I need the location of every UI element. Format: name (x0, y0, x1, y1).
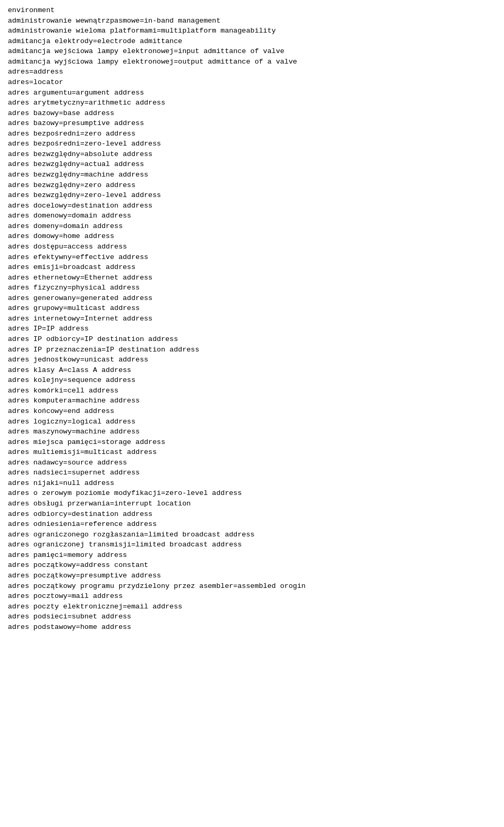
main-content: environment administrowanie wewnątrzpasm… (8, 5, 496, 632)
